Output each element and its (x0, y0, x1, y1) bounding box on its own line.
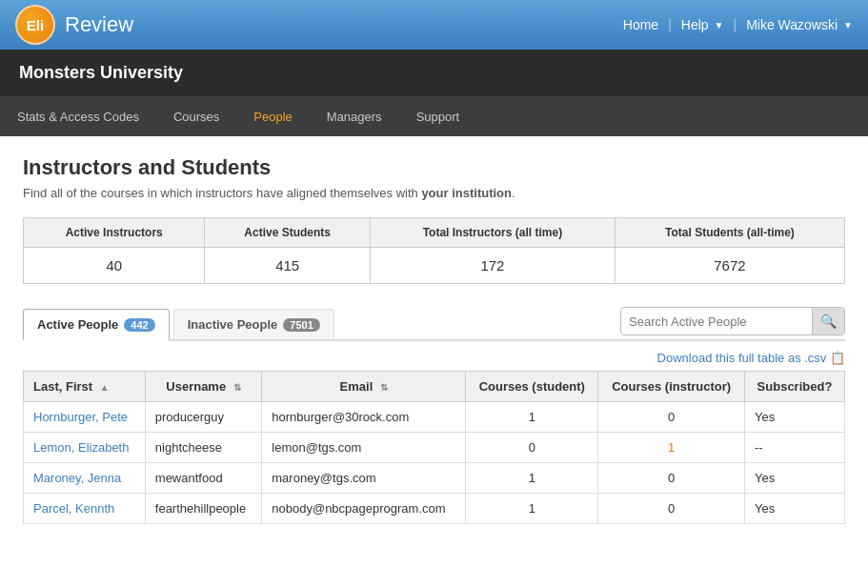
stat-value-0: 40 (24, 248, 205, 284)
subtitle-text2: . (512, 186, 515, 200)
stat-value-1: 415 (205, 248, 370, 284)
nav-courses[interactable]: Courses (156, 96, 236, 136)
person-email: maroney@tgs.com (262, 463, 466, 494)
download-link-text: Download this full table as .csv (657, 351, 827, 365)
col-header-courses-student: Courses (student) (466, 372, 598, 402)
col-header-name: Last, First ▲ (24, 372, 146, 402)
stat-header-3: Total Students (all-time) (615, 218, 844, 248)
stat-header-1: Active Students (205, 218, 370, 248)
active-people-count: 442 (124, 318, 154, 332)
subtitle-bold: your institution (421, 186, 512, 200)
stat-header-0: Active Instructors (24, 218, 205, 248)
courses-student: 1 (466, 494, 598, 524)
person-name-link[interactable]: Lemon, Elizabeth (33, 440, 129, 455)
search-button[interactable]: 🔍 (812, 308, 844, 335)
stats-table: Active Instructors Active Students Total… (23, 217, 845, 284)
col-header-subscribed: Subscribed? (744, 372, 844, 402)
person-name-link[interactable]: Parcel, Kennth (33, 501, 114, 516)
user-chevron-icon: ▼ (843, 20, 853, 30)
person-name: Parcel, Kennth (24, 494, 146, 524)
courses-instructor: 1 (598, 433, 745, 463)
person-username: mewantfood (145, 463, 261, 494)
person-username: producerguy (145, 402, 261, 433)
search-box: 🔍 (620, 307, 845, 335)
person-username: fearthehillpeople (145, 494, 261, 524)
sort-icon-email[interactable]: ⇅ (380, 382, 388, 393)
courses-instructor: 0 (598, 463, 745, 494)
institution-name: Monsters University (19, 63, 183, 82)
help-link[interactable]: Help (681, 17, 709, 32)
page-title: Instructors and Students (23, 155, 845, 180)
main-content: Instructors and Students Find all of the… (0, 136, 868, 543)
person-name: Lemon, Elizabeth (24, 433, 146, 463)
table-row: Hornburger, Peteproducerguyhornburger@30… (24, 402, 845, 433)
nav-stats-access-codes[interactable]: Stats & Access Codes (0, 96, 156, 136)
subtitle-text1: Find all of the courses in which instruc… (23, 186, 418, 200)
stat-value-2: 172 (370, 248, 615, 284)
people-table: Last, First ▲ Username ⇅ Email ⇅ Courses… (23, 371, 845, 524)
person-email: lemon@tgs.com (262, 433, 466, 463)
table-row: Parcel, Kennthfearthehillpeoplenobody@nb… (24, 494, 845, 524)
person-username: nightcheese (145, 433, 261, 463)
person-name: Maroney, Jenna (24, 463, 146, 494)
tab-inactive-people[interactable]: Inactive People 7501 (173, 309, 334, 339)
table-row: Maroney, Jennamewantfoodmaroney@tgs.com1… (24, 463, 845, 494)
logo-text: Eli (27, 17, 44, 33)
chevron-down-icon: ▼ (715, 20, 724, 30)
user-menu[interactable]: Mike Wazowski (746, 17, 838, 32)
table-row: Lemon, Elizabethnightcheeselemon@tgs.com… (24, 433, 845, 463)
tab-active-people[interactable]: Active People 442 (23, 309, 170, 341)
courses-student: 1 (466, 463, 598, 494)
active-people-label: Active People (37, 317, 118, 332)
courses-student: 0 (466, 433, 598, 463)
top-navigation: Eli Review Home | Help ▼ | Mike Wazowski… (0, 0, 868, 50)
tabs-left: Active People 442 Inactive People 7501 (23, 309, 334, 339)
stat-value-3: 7672 (615, 248, 844, 284)
subscribed: Yes (744, 402, 844, 433)
secondary-navigation: Stats & Access Codes Courses People Mana… (0, 96, 868, 136)
courses-instructor: 0 (598, 402, 745, 433)
download-icon: 📋 (830, 351, 845, 365)
subscribed: -- (744, 433, 844, 463)
nav-people[interactable]: People (236, 96, 309, 136)
nav-managers[interactable]: Managers (310, 96, 399, 136)
institution-header: Monsters University (0, 50, 868, 96)
search-input[interactable] (621, 314, 812, 329)
inactive-people-count: 7501 (283, 318, 319, 332)
nav-support[interactable]: Support (399, 96, 477, 136)
subscribed: Yes (744, 494, 844, 524)
eli-logo: Eli (15, 5, 55, 45)
subscribed: Yes (744, 463, 844, 494)
person-name-link[interactable]: Maroney, Jenna (33, 471, 121, 485)
user-nav: Home | Help ▼ | Mike Wazowski ▼ (623, 17, 853, 32)
sort-icon-name[interactable]: ▲ (100, 382, 110, 393)
person-email: nobody@nbcpageprogram.com (262, 494, 466, 524)
inactive-people-label: Inactive People (188, 317, 278, 332)
stat-header-2: Total Instructors (all time) (370, 218, 615, 248)
person-email: hornburger@30rock.com (262, 402, 466, 433)
col-header-email: Email ⇅ (262, 372, 466, 402)
col-header-username: Username ⇅ (145, 372, 261, 402)
download-csv-link[interactable]: Download this full table as .csv 📋 (657, 351, 845, 365)
col-header-courses-instructor: Courses (instructor) (598, 372, 745, 402)
tabs-row: Active People 442 Inactive People 7501 🔍 (23, 307, 845, 341)
page-subtitle: Find all of the courses in which instruc… (23, 186, 845, 200)
logo-area: Eli Review (15, 5, 133, 45)
home-link[interactable]: Home (623, 17, 658, 32)
courses-student: 1 (466, 402, 598, 433)
person-name: Hornburger, Pete (24, 402, 146, 433)
sort-icon-username[interactable]: ⇅ (233, 382, 241, 393)
download-row: Download this full table as .csv 📋 (23, 341, 845, 371)
person-name-link[interactable]: Hornburger, Pete (33, 410, 128, 424)
app-name: Review (65, 12, 133, 37)
courses-instructor: 0 (598, 494, 745, 524)
